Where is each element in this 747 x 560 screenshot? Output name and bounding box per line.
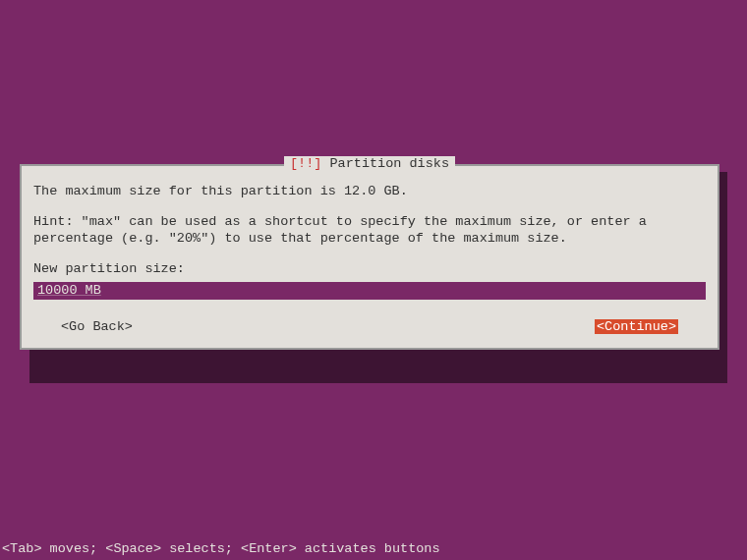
dialog-title-container: [!!] Partition disks (22, 156, 718, 171)
continue-button[interactable]: <Continue> (595, 319, 678, 334)
partition-hint: Hint: "max" can be used as a shortcut to… (33, 214, 706, 248)
footer-hint: <Tab> moves; <Space> selects; <Enter> ac… (2, 541, 440, 556)
partition-dialog: [!!] Partition disks The maximum size fo… (20, 164, 719, 350)
go-back-button[interactable]: <Go Back> (61, 319, 133, 334)
partition-size-input[interactable]: 10000 MB (33, 282, 706, 300)
dialog-title-bang: [!!] (290, 156, 321, 171)
dialog-title-text: Partition disks (329, 156, 449, 171)
partition-size-label: New partition size: (33, 261, 706, 278)
partition-max-size-info: The maximum size for this partition is 1… (33, 184, 706, 200)
partition-size-value: 10000 MB (37, 283, 101, 298)
dialog-button-row: <Go Back> <Continue> (33, 319, 706, 334)
dialog-title: [!!] Partition disks (284, 156, 455, 171)
dialog-inner: [!!] Partition disks The maximum size fo… (22, 166, 718, 348)
